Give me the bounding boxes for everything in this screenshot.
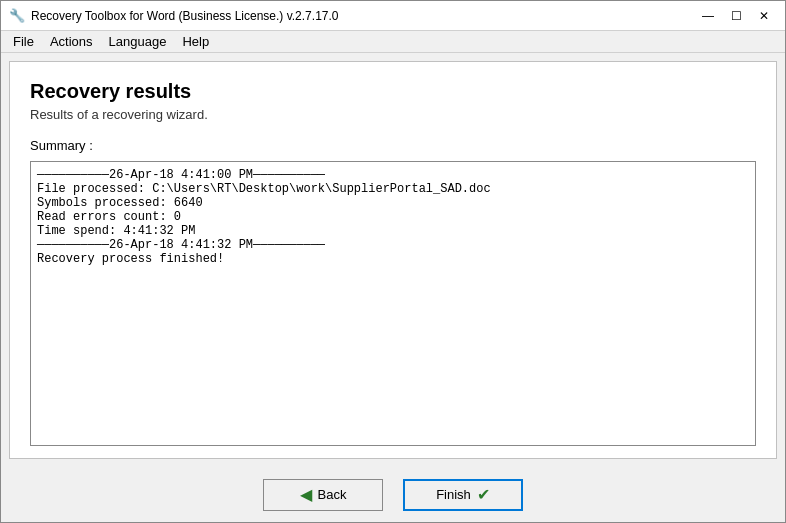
back-label: Back xyxy=(318,487,347,502)
page-title: Recovery results xyxy=(30,80,756,103)
summary-label: Summary : xyxy=(30,138,756,153)
maximize-button[interactable]: ☐ xyxy=(723,5,749,27)
menu-bar: File Actions Language Help xyxy=(1,31,785,53)
menu-help[interactable]: Help xyxy=(174,32,217,51)
window-controls: — ☐ ✕ xyxy=(695,5,777,27)
back-button[interactable]: ◀ Back xyxy=(263,479,383,511)
back-icon: ◀ xyxy=(300,485,312,504)
log-content: ——————————26-Apr-18 4:41:00 PM——————————… xyxy=(37,168,749,266)
log-box[interactable]: ——————————26-Apr-18 4:41:00 PM——————————… xyxy=(30,161,756,446)
application-window: 🔧 Recovery Toolbox for Word (Business Li… xyxy=(0,0,786,523)
close-button[interactable]: ✕ xyxy=(751,5,777,27)
menu-language[interactable]: Language xyxy=(101,32,175,51)
menu-file[interactable]: File xyxy=(5,32,42,51)
finish-checkmark-icon: ✔ xyxy=(477,485,490,504)
finish-label: Finish xyxy=(436,487,471,502)
title-bar: 🔧 Recovery Toolbox for Word (Business Li… xyxy=(1,1,785,31)
app-icon: 🔧 xyxy=(9,8,25,24)
inner-panel: Recovery results Results of a recovering… xyxy=(9,61,777,459)
finish-button[interactable]: Finish ✔ xyxy=(403,479,523,511)
menu-actions[interactable]: Actions xyxy=(42,32,101,51)
footer: ◀ Back Finish ✔ xyxy=(1,467,785,522)
minimize-button[interactable]: — xyxy=(695,5,721,27)
page-subtitle: Results of a recovering wizard. xyxy=(30,107,756,122)
window-title: Recovery Toolbox for Word (Business Lice… xyxy=(31,9,695,23)
content-area: Recovery results Results of a recovering… xyxy=(1,53,785,522)
